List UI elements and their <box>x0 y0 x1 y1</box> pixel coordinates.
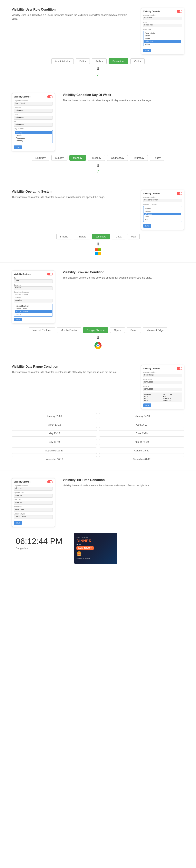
day-of-week-section: Visibility Controls Display Condition Da… <box>0 85 196 182</box>
date-from-input[interactable]: 01/01/2020 <box>143 381 182 384</box>
list-item-editor[interactable]: Editor <box>144 34 181 37</box>
pill-chrome[interactable]: Google Chrome <box>83 327 108 333</box>
widget-toggle-6[interactable] <box>47 480 53 483</box>
day-of-week-text: Visibility Condition Day Of Week The fun… <box>63 93 184 102</box>
widget-toggle[interactable] <box>176 10 182 13</box>
timezone-select[interactable]: Asia/Dhaka <box>14 508 53 512</box>
pill-sunday[interactable]: Sunday <box>51 155 67 161</box>
list-item-visitor[interactable]: Visitor <box>144 43 181 45</box>
to-input[interactable]: Select Date <box>14 123 53 127</box>
tilt-time-desc: Visibility tine condition is a feature t… <box>63 484 184 488</box>
pill-administrator[interactable]: Administrator <box>51 58 74 64</box>
condition-select[interactable]: Select Date <box>14 109 53 113</box>
pill-thursday[interactable]: Thursday <box>130 155 148 161</box>
list-item-administrator[interactable]: Administrator <box>144 32 181 34</box>
location-input[interactable]: Location <box>14 299 53 303</box>
timezone-label: Timezone <box>14 506 53 508</box>
list-item-linux[interactable]: Linux <box>144 215 181 218</box>
pill-ie[interactable]: Internet Explorer <box>29 327 55 333</box>
display-select-3[interactable]: Operating System <box>143 199 182 202</box>
win-cell-green <box>98 248 101 251</box>
pill-linux[interactable]: Linux <box>112 234 125 240</box>
display-label-4: To <box>14 277 53 279</box>
list-item-mac[interactable]: Mac <box>144 218 181 221</box>
list-item-ie[interactable]: Internet Explorer <box>15 305 52 307</box>
browser-widget: Visibility Controls To Other Condition B… <box>12 271 55 323</box>
pill-wednesday[interactable]: Wednesday <box>107 155 128 161</box>
chrome-icon <box>94 342 102 349</box>
list-item-tuesday[interactable]: Tuesday <box>15 134 52 137</box>
os-title: Visibility Operating System <box>12 190 133 193</box>
pill-safari[interactable]: Safari <box>127 327 141 333</box>
pill-android[interactable]: Android <box>74 234 90 240</box>
list-item-android[interactable]: Android <box>144 210 181 213</box>
to-label: To <box>14 121 53 123</box>
date-range-apr: April 17-23 <box>99 422 184 428</box>
display-select-5[interactable]: Date Range <box>143 374 182 377</box>
check-mark-icon-2: ✓ <box>12 169 184 174</box>
save-button-5[interactable]: Save <box>143 403 151 407</box>
from-input[interactable]: Select Date <box>14 116 53 120</box>
widget-title-2: Visibility Controls <box>14 96 31 98</box>
date-range-widget: Visibility Controls Display Condition Da… <box>141 365 184 409</box>
display-select-6[interactable]: Tilt Time <box>14 487 53 491</box>
list-item-author[interactable]: Author <box>144 37 181 40</box>
pill-visitor[interactable]: Visitor <box>130 58 145 64</box>
location-type-select[interactable]: User Location <box>14 515 53 519</box>
burger-emoji: 🍔 <box>77 551 115 556</box>
pill-iphone[interactable]: iPhone <box>56 234 72 240</box>
list-item-subscriber[interactable]: Subscriber <box>144 40 181 43</box>
display-select-4[interactable]: Other <box>14 279 53 283</box>
display-condition-select[interactable]: User Role <box>143 17 182 20</box>
pill-monday[interactable]: Monday <box>69 155 86 161</box>
time-end-input[interactable]: 10:00 PM <box>14 501 53 505</box>
date-range-may: May 23-25 <box>12 430 97 437</box>
time-start-input[interactable]: 08:00 AM <box>14 494 53 498</box>
widget-toggle-5[interactable] <box>176 367 182 370</box>
pill-firefox[interactable]: Mozilla Firefox <box>57 327 81 333</box>
date-range-mar: March 13-18 <box>12 422 97 428</box>
pill-edge[interactable]: Microsoft Edge <box>143 327 167 333</box>
date-range-desc: The function of this control is to show … <box>12 370 133 374</box>
browser-list: Internet Explorer Mozilla Firefox Google… <box>14 304 53 316</box>
list-item-firefox[interactable]: Mozilla Firefox <box>15 307 52 310</box>
pill-opera[interactable]: Opera <box>110 327 125 333</box>
display-select-2[interactable]: Day of Week <box>14 102 53 105</box>
pill-friday[interactable]: Friday <box>150 155 164 161</box>
list-item-monday[interactable]: Monday <box>15 131 52 134</box>
date-range-title: Visibility Date Range Condition <box>12 365 133 368</box>
widget-toggle-3[interactable] <box>176 192 182 195</box>
save-button-4[interactable]: Save <box>14 318 22 321</box>
arrow-down-icon-2: ⬇ <box>12 163 184 168</box>
widget-toggle-2[interactable] <box>47 95 53 98</box>
list-item-wednesday[interactable]: Wednesday <box>15 137 52 140</box>
list-item-windows[interactable]: Windows <box>144 213 181 215</box>
pill-tuesday[interactable]: Tuesday <box>88 155 105 161</box>
widget-toggle-4[interactable] <box>47 273 53 275</box>
browser-text: Visibility Browser Condition The functio… <box>63 271 184 280</box>
pill-mac[interactable]: Mac <box>127 234 140 240</box>
pill-saturday[interactable]: Saturday <box>32 155 49 161</box>
list-item-opera[interactable]: Opera <box>15 313 52 316</box>
role-select[interactable]: Select Role <box>143 24 182 27</box>
save-button-2[interactable]: Save <box>14 146 22 149</box>
save-button-6[interactable]: Save <box>14 521 22 525</box>
widget-title-4: Visibility Controls <box>14 273 31 275</box>
location-label: Location <box>14 297 53 299</box>
pill-author[interactable]: Author <box>92 58 107 64</box>
pill-subscriber[interactable]: Subscriber <box>109 58 128 64</box>
display-label-2: Display Condition <box>14 100 53 102</box>
browser-label: Condition: Browser <box>14 291 53 293</box>
user-role-section: Visibility Controls Display Condition Us… <box>0 0 196 85</box>
save-button[interactable]: Save <box>143 49 151 52</box>
browser-desc: The function of this control is to show … <box>63 276 184 280</box>
save-button-3[interactable]: Save <box>143 224 151 228</box>
condition-select-4[interactable]: Browser <box>14 286 53 290</box>
pill-editor[interactable]: Editor <box>76 58 90 64</box>
list-item-thursday[interactable]: Thursday <box>15 140 52 142</box>
date-range-jun: June 24-29 <box>99 430 184 437</box>
date-to-input[interactable]: 12/31/2020 <box>143 388 182 391</box>
pill-windows[interactable]: Windows <box>92 234 110 240</box>
list-item-chrome[interactable]: Google Chrome <box>15 310 52 313</box>
list-item-iphone[interactable]: iPhone <box>144 207 181 210</box>
